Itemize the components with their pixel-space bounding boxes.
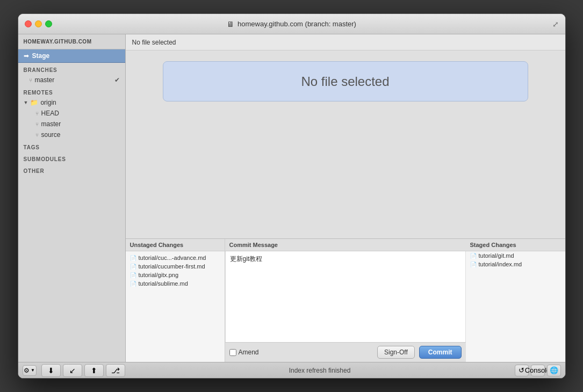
stage-item[interactable]: ➡ Stage xyxy=(18,49,125,63)
gear-dropdown-arrow: ▼ xyxy=(31,368,35,373)
console-button[interactable]: Console xyxy=(531,365,545,376)
no-file-box: No file selected xyxy=(163,61,528,101)
fetch-button[interactable]: ⬇ xyxy=(41,364,61,377)
sidebar-item-head[interactable]: ⑂ HEAD xyxy=(18,108,125,119)
repo-name: HOMEWAY.GITHUB.COM xyxy=(18,34,125,49)
branch-icon: ⎇ xyxy=(111,366,120,375)
top-bar: No file selected xyxy=(126,34,565,50)
file-name: tutorial/sublime.md xyxy=(139,280,188,287)
staged-panel: Staged Changes 📄tutorial/git.md📄tutorial… xyxy=(466,239,565,362)
bottom-section: Unstaged Changes 📄tutorial/cuc...-advanc… xyxy=(126,238,565,362)
stage-label: Stage xyxy=(32,52,50,60)
source-branch-icon: ⑂ xyxy=(35,132,39,138)
sidebar-item-source[interactable]: ⑂ source xyxy=(18,129,125,140)
file-doc-icon: 📄 xyxy=(130,272,136,278)
maximize-button[interactable] xyxy=(45,20,52,27)
amend-checkbox[interactable] xyxy=(229,349,236,356)
file-doc-icon: 📄 xyxy=(130,281,136,287)
gear-icon: ⚙ xyxy=(24,367,30,374)
list-item[interactable]: 📄tutorial/cuc...-advance.md xyxy=(126,253,225,262)
submodules-section-title: SUBMODULES xyxy=(18,152,125,164)
no-file-text: No file selected xyxy=(301,74,389,89)
refresh-icon: ↺ xyxy=(519,366,524,374)
unstaged-file-list: 📄tutorial/cuc...-advance.md📄tutorial/cuc… xyxy=(126,251,225,362)
remote-master-label: master xyxy=(41,120,61,128)
origin-label: origin xyxy=(40,99,56,106)
other-section-title: OTHER xyxy=(18,164,125,176)
commit-button[interactable]: Commit xyxy=(419,346,462,359)
origin-header[interactable]: ▼ 📁 origin xyxy=(18,97,125,108)
stage-arrow-icon: ➡ xyxy=(24,52,29,60)
source-label: source xyxy=(41,131,61,139)
window-icon: 🖥 xyxy=(227,20,234,28)
head-label: HEAD xyxy=(41,110,59,117)
master-branch-label: master xyxy=(35,76,55,84)
staged-doc-icon: 📄 xyxy=(470,253,477,259)
commit-panel: Commit Message 更新git教程 Amend Sign-Off Co… xyxy=(225,239,466,362)
remote-master-branch-icon: ⑂ xyxy=(35,121,39,127)
traffic-lights xyxy=(25,20,52,27)
status-bar: ⚙ ▼ ⬇ ↙ ⬆ ⎇ Index refresh finished ↺ Co xyxy=(18,362,565,378)
branch-icon: ⑂ xyxy=(29,77,32,83)
tags-section-title: TAGS xyxy=(18,140,125,152)
head-branch-icon: ⑂ xyxy=(35,111,39,117)
content-area: No file selected xyxy=(126,50,565,238)
no-file-label-topbar: No file selected xyxy=(132,39,176,46)
minimize-button[interactable] xyxy=(35,20,42,27)
titlebar: 🖥 homeway.github.com (branch: master) ⤢ xyxy=(18,14,565,34)
status-right: ↺ Console 🌐 xyxy=(515,365,561,376)
list-item[interactable]: 📄tutorial/sublime.md xyxy=(126,279,225,288)
staged-doc-icon: 📄 xyxy=(470,262,477,267)
sidebar-item-master[interactable]: ⑂ master ✔ xyxy=(18,75,125,85)
remotes-section-title: REMOTES xyxy=(18,85,125,97)
staged-header: Staged Changes xyxy=(466,239,565,251)
window-title: 🖥 homeway.github.com (branch: master) xyxy=(227,20,356,28)
file-doc-icon: 📄 xyxy=(130,255,136,261)
list-item[interactable]: 📄tutorial/gitx.png xyxy=(126,271,225,279)
triangle-icon: ▼ xyxy=(24,100,28,105)
status-left: ⚙ ▼ ⬇ ↙ ⬆ ⎇ xyxy=(23,364,125,377)
commit-footer: Amend Sign-Off Commit xyxy=(225,342,466,362)
staged-file-list: 📄tutorial/git.md📄tutorial/index.md xyxy=(466,251,565,268)
branch-button[interactable]: ⎇ xyxy=(106,364,125,377)
branches-section-title: BRANCHES xyxy=(18,63,125,75)
folder-icon: 📁 xyxy=(30,99,38,106)
expand-button[interactable]: ⤢ xyxy=(552,20,559,28)
file-name: tutorial/gitx.png xyxy=(139,272,179,278)
window-title-text: homeway.github.com (branch: master) xyxy=(237,20,356,28)
list-item[interactable]: 📄tutorial/git.md xyxy=(466,251,565,260)
pull-button[interactable]: ↙ xyxy=(63,364,82,377)
commit-textarea[interactable]: 更新git教程 xyxy=(225,251,466,342)
sidebar-item-remote-master[interactable]: ⑂ master xyxy=(18,119,125,129)
unstaged-header: Unstaged Changes xyxy=(126,239,225,251)
gear-button[interactable]: ⚙ ▼ xyxy=(23,365,37,376)
push-button[interactable]: ⬆ xyxy=(84,364,104,377)
right-panel: No file selected No file selected Unstag… xyxy=(126,34,565,362)
close-button[interactable] xyxy=(25,20,32,27)
main-area: HOMEWAY.GITHUB.COM ➡ Stage BRANCHES ⑂ ma… xyxy=(18,34,565,362)
list-item[interactable]: 📄tutorial/index.md xyxy=(466,260,565,268)
status-text: Index refresh finished xyxy=(129,367,510,374)
unstaged-panel: Unstaged Changes 📄tutorial/cuc...-advanc… xyxy=(126,239,225,362)
globe-button[interactable]: 🌐 xyxy=(547,365,561,376)
file-name: tutorial/cucumber-first.md xyxy=(139,263,205,270)
list-item[interactable]: 📄tutorial/cucumber-first.md xyxy=(126,262,225,271)
amend-checkbox-label[interactable]: Amend xyxy=(229,349,259,356)
sidebar: HOMEWAY.GITHUB.COM ➡ Stage BRANCHES ⑂ ma… xyxy=(18,34,126,362)
staged-file-name: tutorial/git.md xyxy=(479,252,514,259)
pull-icon: ↙ xyxy=(69,366,76,375)
fetch-icon: ⬇ xyxy=(48,366,54,375)
globe-icon: 🌐 xyxy=(550,366,558,374)
staged-file-name: tutorial/index.md xyxy=(479,261,522,267)
file-doc-icon: 📄 xyxy=(130,264,136,270)
main-window: 🖥 homeway.github.com (branch: master) ⤢ … xyxy=(18,13,566,379)
push-icon: ⬆ xyxy=(91,366,97,375)
signoff-button[interactable]: Sign-Off xyxy=(377,346,415,359)
commit-header: Commit Message xyxy=(225,239,466,251)
file-name: tutorial/cuc...-advance.md xyxy=(139,255,206,261)
check-icon: ✔ xyxy=(114,76,120,84)
amend-label: Amend xyxy=(239,349,259,356)
